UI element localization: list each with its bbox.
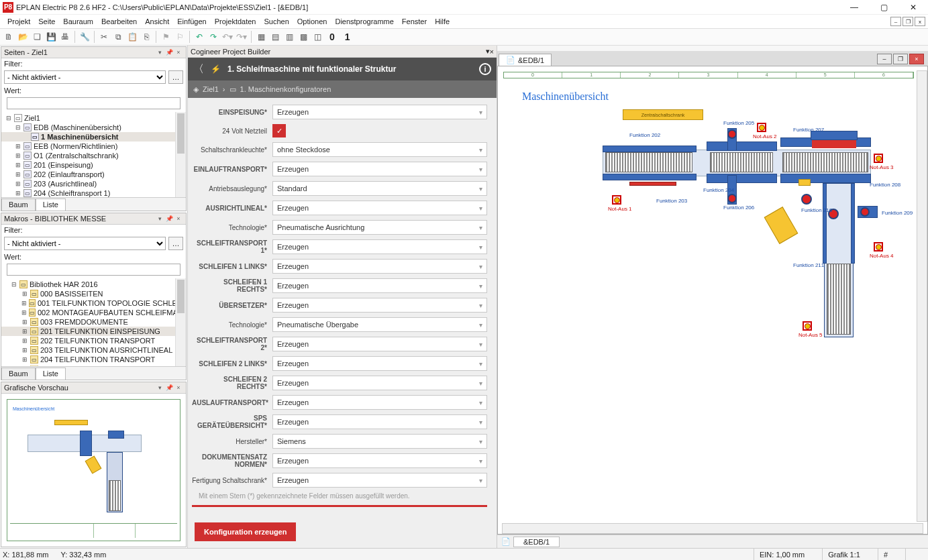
redo-icon[interactable]: ↷ — [207, 31, 219, 43]
mdi-minimize-icon[interactable]: – — [890, 17, 901, 26]
macros-filter-browse[interactable]: … — [168, 237, 183, 250]
cog-select[interactable]: Erzeugen — [272, 356, 487, 371]
panel-menu-icon[interactable]: ▾ — [155, 215, 164, 223]
cog-select[interactable]: Erzeugen — [272, 259, 487, 274]
menu-suchen[interactable]: Suchen — [260, 16, 292, 27]
cog-select[interactable]: Erzeugen — [272, 298, 487, 313]
menu-dienstprogramme[interactable]: Dienstprogramme — [331, 16, 397, 27]
print-icon[interactable]: 🖶 — [59, 31, 71, 43]
menu-bearbeiten[interactable]: Bearbeiten — [98, 16, 140, 27]
menu-optionen[interactable]: Optionen — [294, 16, 331, 27]
save-icon[interactable]: 💾 — [45, 31, 57, 43]
mdi-close-icon[interactable]: x — [915, 17, 925, 26]
pages-filter-browse[interactable]: … — [168, 70, 183, 84]
menu-projektdaten[interactable]: Projektdaten — [211, 16, 260, 27]
undo-icon[interactable]: ↶ — [193, 31, 205, 43]
editor-vscroll[interactable] — [917, 70, 927, 522]
macros-tab-liste[interactable]: Liste — [36, 368, 66, 380]
macros-tree[interactable]: ⊟▭Bibliothek HAR 2016 ⊞▭000 BASISSEITEN … — [1, 278, 186, 366]
editor-bottom-tab[interactable]: &EDB/1 — [513, 537, 560, 547]
doc-restore-icon[interactable]: ❐ — [893, 54, 908, 64]
menu-seite[interactable]: Seite — [35, 16, 58, 27]
cog-select[interactable]: Erzeugen — [272, 239, 487, 254]
redo-list-icon[interactable]: ↷▾ — [236, 31, 248, 43]
undo-list-icon[interactable]: ↶▾ — [221, 31, 234, 43]
wrench-icon[interactable]: 🔧 — [79, 31, 91, 43]
doc-minimize-icon[interactable]: – — [877, 54, 892, 64]
copy2-icon[interactable]: ⧉ — [112, 31, 124, 43]
cog-select[interactable]: Standard — [272, 181, 487, 196]
cog-checkbox[interactable]: ✓ — [272, 124, 286, 137]
open-icon[interactable]: 📂 — [17, 31, 29, 43]
flag-icon[interactable]: ⚑ — [160, 31, 172, 43]
cog-select[interactable]: Erzeugen — [272, 201, 487, 215]
window-close[interactable]: ✕ — [898, 0, 928, 15]
cog-label: Technologie* — [192, 224, 272, 231]
panel-menu-icon[interactable]: ▾ — [155, 48, 164, 56]
grid4-icon[interactable]: ▩ — [297, 31, 309, 43]
new-icon[interactable]: 🗎 — [3, 31, 15, 43]
preview-canvas[interactable]: Maschinenübersicht — [1, 394, 186, 547]
pages-tab-liste[interactable]: Liste — [36, 199, 66, 211]
cog-select[interactable]: Erzeugen — [272, 162, 487, 176]
back-icon[interactable]: 〈 — [193, 62, 204, 76]
cog-select[interactable]: ohne Steckdose — [272, 142, 487, 157]
cut-icon[interactable]: ✂ — [98, 31, 110, 43]
paste-special-icon[interactable]: ⎘ — [140, 31, 152, 43]
flag2-icon[interactable]: ⚐ — [174, 31, 186, 43]
panel-close-icon[interactable]: × — [174, 215, 183, 223]
cog-select[interactable]: Erzeugen — [272, 337, 487, 351]
panel-menu-icon[interactable]: ▾ — [155, 384, 164, 392]
grid3-icon[interactable]: ▥ — [283, 31, 295, 43]
window-maximize[interactable]: ▢ — [869, 0, 898, 15]
cog-select[interactable]: Siemens — [272, 434, 487, 449]
cog-select[interactable]: Erzeugen — [272, 414, 487, 429]
status-grafik: Grafik 1:1 — [822, 549, 866, 560]
panel-pin-icon[interactable]: 📌 — [164, 384, 174, 392]
window-minimize[interactable]: — — [839, 0, 869, 15]
generate-config-button[interactable]: Konfiguration erzeugen — [195, 522, 296, 541]
cog-select[interactable]: Pneumatische Übergabe — [272, 317, 487, 332]
cog-select[interactable]: Erzeugen — [272, 105, 487, 119]
cog-select[interactable]: Pneumatische Ausrichtung — [272, 220, 487, 235]
menu-fenster[interactable]: Fenster — [399, 16, 430, 27]
menu-einfuegen[interactable]: Einfügen — [174, 16, 209, 27]
menu-projekt[interactable]: Projekt — [4, 16, 34, 27]
doc-close-icon[interactable]: × — [909, 54, 924, 64]
info-icon[interactable]: i — [479, 63, 491, 75]
pages-wert-input[interactable] — [7, 97, 181, 109]
paste-icon[interactable]: 📋 — [126, 31, 138, 43]
cogineer-breadcrumb[interactable]: ◈ Ziel1 › ▭ 1. Maschinenkonfiguratoren — [188, 80, 497, 98]
cog-select[interactable]: Erzeugen — [272, 453, 487, 468]
menu-bauraum[interactable]: Bauraum — [60, 16, 97, 27]
pages-tab-baum[interactable]: Baum — [1, 199, 36, 211]
macros-tab-baum[interactable]: Baum — [1, 368, 36, 380]
pages-filter-select[interactable]: - Nicht aktiviert - — [4, 70, 166, 84]
panel-pin-icon[interactable]: 📌 — [164, 215, 174, 223]
menu-hilfe[interactable]: Hilfe — [431, 16, 453, 27]
cabinet-box: Zentralschaltschrank — [623, 109, 703, 120]
menu-ansicht[interactable]: Ansicht — [142, 16, 172, 27]
cog-label: SCHLEIFTRANSPORT 2* — [192, 337, 272, 351]
macros-scrollbar[interactable] — [175, 278, 186, 366]
mdi-restore-icon[interactable]: ❐ — [903, 17, 913, 26]
editor-canvas[interactable]: 012 345 6 Maschinenübersicht Zentralscha… — [497, 66, 928, 535]
editor-hscroll[interactable] — [502, 523, 923, 534]
panel-close-icon[interactable]: × — [174, 48, 183, 56]
grid5-icon[interactable]: ◫ — [311, 31, 323, 43]
pages-tree[interactable]: ⊟▭Ziel1 ⊟▭EDB (Maschinenübersicht) ▭1 Ma… — [1, 112, 186, 197]
panel-close-icon[interactable]: × — [490, 48, 494, 56]
editor-tab[interactable]: 📄 &EDB/1 — [499, 54, 552, 66]
cog-select[interactable]: Erzeugen — [272, 376, 487, 390]
macros-wert-input[interactable] — [7, 264, 181, 276]
copy-icon[interactable]: ❏ — [31, 31, 43, 43]
cog-select[interactable]: Erzeugen — [272, 395, 487, 410]
grid1-icon[interactable]: ▦ — [255, 31, 267, 43]
cog-select[interactable]: Erzeugen — [272, 278, 487, 293]
macros-filter-select[interactable]: - Nicht aktiviert - — [4, 237, 166, 250]
pages-scrollbar[interactable] — [175, 112, 186, 197]
panel-pin-icon[interactable]: 📌 — [164, 48, 174, 56]
grid2-icon[interactable]: ▤ — [269, 31, 281, 43]
cog-select[interactable]: Erzeugen — [272, 473, 487, 488]
panel-close-icon[interactable]: × — [174, 384, 183, 392]
